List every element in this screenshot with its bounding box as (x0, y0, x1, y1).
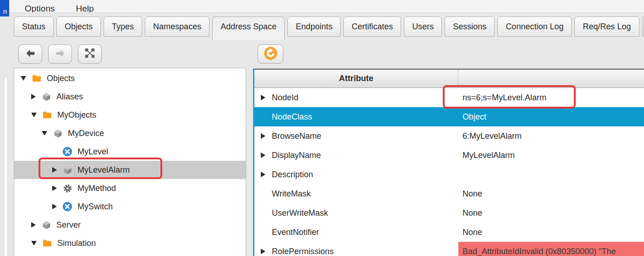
tree-item-mylevel[interactable]: MyLevel (14, 142, 246, 161)
tree-item-aliases[interactable]: Aliases (14, 87, 246, 106)
attributes-table: Attribute NodeIdns=6;s=MyLevel.AlarmNode… (253, 69, 644, 256)
tab-partial[interactable] (642, 16, 644, 37)
tab-bar: StatusObjectsTypesNamespacesAddress Spac… (14, 13, 644, 40)
attribute-name: BrowseName (272, 131, 321, 141)
attribute-row-browsename[interactable]: BrowseName6:MyLevelAlarm (254, 126, 644, 146)
tree-item-label: MyLevelAlarm (77, 165, 130, 175)
tree-item-mylevelalarm[interactable]: MyLevelAlarm (14, 161, 246, 179)
attributes-toolbar (253, 40, 644, 68)
menu-item-options[interactable]: Options (25, 4, 55, 13)
chevron-down-icon[interactable] (31, 241, 37, 245)
attribute-name-cell: BrowseName (254, 126, 458, 146)
attribute-name-cell: Description (254, 165, 458, 184)
chevron-down-icon[interactable] (42, 131, 47, 136)
folder-icon (42, 238, 52, 248)
tree-item-partial[interactable] (14, 252, 246, 256)
tree-item-label: Server (56, 220, 81, 230)
chevron-right-icon[interactable] (261, 172, 265, 177)
tree-item-mymethod[interactable]: MyMethod (14, 179, 246, 197)
attribute-value-cell: None (458, 184, 644, 203)
attribute-row-writemask[interactable]: WriteMaskNone (254, 184, 644, 203)
attribute-row-nodeid[interactable]: NodeIdns=6;s=MyLevel.Alarm (254, 88, 644, 107)
chevron-right-icon[interactable] (52, 167, 57, 173)
attribute-row-description[interactable]: Description (254, 165, 644, 184)
chevron-right-icon[interactable] (261, 133, 265, 139)
chevron-right-icon[interactable] (261, 153, 265, 158)
tree-item-myobjects[interactable]: MyObjects (14, 106, 246, 124)
refresh-button[interactable] (258, 44, 283, 64)
tab-sessions[interactable]: Sessions (445, 16, 495, 37)
references-button[interactable] (78, 44, 102, 64)
menu-item-help[interactable]: Help (76, 4, 94, 13)
tree-item-label: Simulation (57, 239, 96, 248)
column-header-attribute: Attribute (254, 70, 458, 87)
cube-icon (41, 92, 51, 102)
chevron-down-icon[interactable] (21, 76, 26, 81)
chevron-right-icon[interactable] (261, 95, 265, 100)
tab-connection-log[interactable]: Connection Log (497, 16, 572, 37)
tab-status[interactable]: Status (14, 16, 54, 37)
attribute-name-cell: RolePermissions (254, 242, 458, 256)
attribute-value: Bad_AttributeIdInvalid (0x80350000) "The (462, 247, 616, 256)
tree-item-label: Aliases (56, 92, 83, 102)
back-button[interactable] (18, 44, 42, 64)
tree-item-simulation[interactable]: Simulation (14, 234, 246, 252)
attribute-value: 6:MyLevelAlarm (462, 131, 522, 141)
tab-certificates[interactable]: Certificates (343, 16, 401, 37)
tree-item-label: MyLevel (77, 147, 108, 157)
tab-types[interactable]: Types (104, 16, 142, 37)
cube-icon (41, 220, 51, 230)
tree-item-objects[interactable]: Objects (14, 69, 246, 87)
references-graph-icon (85, 48, 95, 60)
attribute-row-nodeclass[interactable]: NodeClassObject (254, 107, 644, 126)
attribute-row-rolepermissions[interactable]: RolePermissionsBad_AttributeIdInvalid (0… (254, 242, 644, 256)
tab-req-res-log[interactable]: Req/Res Log (574, 16, 639, 37)
tree-item-label: MyDevice (68, 129, 104, 138)
back-arrow-icon (25, 48, 36, 61)
attribute-row-eventnotifier[interactable]: EventNotifierNone (254, 223, 644, 242)
attribute-value: MyLevelAlarm (462, 151, 515, 160)
attribute-name-cell: EventNotifier (254, 223, 458, 242)
attribute-row-userwritemask[interactable]: UserWriteMaskNone (254, 203, 644, 223)
attribute-name: RolePermissions (272, 247, 334, 256)
attribute-name-cell: NodeClass (254, 107, 458, 126)
attribute-row-displayname[interactable]: DisplayNameMyLevelAlarm (254, 146, 644, 165)
chevron-right-icon[interactable] (261, 249, 265, 254)
tree-item-label: MyMethod (77, 184, 116, 193)
tree-item-label: Objects (47, 74, 75, 83)
chevron-down-icon[interactable] (31, 113, 37, 117)
chevron-right-icon[interactable] (52, 185, 57, 191)
column-header-value (458, 70, 644, 87)
tab-endpoints[interactable]: Endpoints (287, 16, 341, 37)
attributes-table-header: Attribute (254, 70, 644, 88)
attribute-value-cell: 6:MyLevelAlarm (458, 126, 644, 146)
attributes-panel: Attribute NodeIdns=6;s=MyLevel.AlarmNode… (253, 40, 644, 256)
attribute-name: Description (272, 170, 313, 180)
refresh-icon (264, 46, 278, 62)
forward-button[interactable] (48, 44, 72, 64)
attribute-value-cell: ns=6;s=MyLevel.Alarm (458, 88, 644, 107)
attribute-name-cell: DisplayName (254, 146, 458, 165)
chevron-right-icon[interactable] (52, 204, 57, 209)
attribute-value: ns=6;s=MyLevel.Alarm (462, 93, 546, 103)
tab-namespaces[interactable]: Namespaces (145, 16, 209, 37)
folder-icon (42, 110, 52, 120)
address-space-tree: ObjectsAliasesMyObjectsMyDeviceMyLevelMy… (14, 68, 246, 256)
tree-item-myswitch[interactable]: MySwitch (14, 197, 246, 216)
chevron-right-icon[interactable] (31, 94, 36, 99)
tab-users[interactable]: Users (404, 16, 442, 37)
attribute-value-cell: None (458, 203, 644, 223)
attribute-name-cell: WriteMask (254, 184, 458, 203)
attribute-value-cell (458, 165, 644, 184)
chevron-right-icon[interactable] (31, 222, 36, 228)
tab-objects[interactable]: Objects (56, 16, 101, 37)
folder-icon (32, 73, 42, 83)
tree-item-label: MySwitch (77, 202, 113, 212)
method-icon (62, 183, 72, 193)
tab-address-space[interactable]: Address Space (212, 16, 285, 40)
tree-item-label: MyObjects (57, 110, 96, 120)
tree-item-mydevice[interactable]: MyDevice (14, 124, 246, 142)
cube-icon (62, 165, 72, 175)
tree-item-server[interactable]: Server (14, 216, 246, 234)
attribute-name: EventNotifier (272, 228, 319, 237)
